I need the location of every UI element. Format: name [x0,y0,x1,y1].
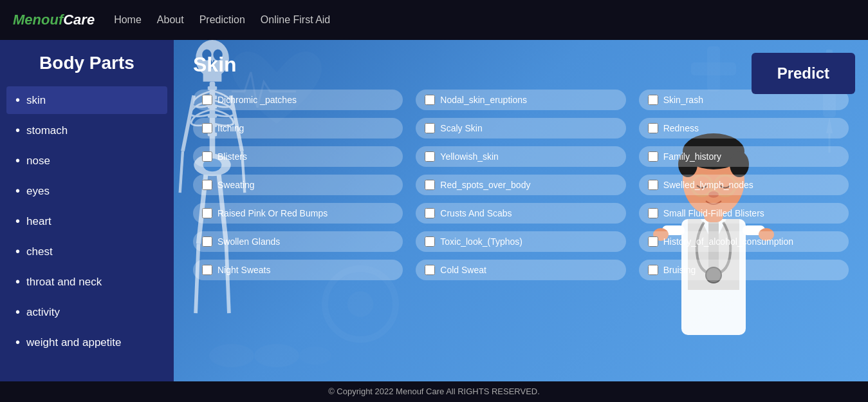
sidebar-item-heart[interactable]: heart [6,207,167,235]
logo-care: Care [63,12,95,28]
content-area: Skin Predict Dichromic _patchesNodal_ski… [174,40,868,381]
nav-link-about[interactable]: About [157,14,184,25]
symptom-item-s6[interactable]: Redness [639,118,849,139]
symptom-label-s7: Blisters [217,151,247,162]
symptom-label-s1: Dichromic _patches [217,95,297,105]
symptom-label-s11: Red_spots_over_body [440,180,530,190]
nav-links: HomeAboutPredictionOnline First Aid [114,14,346,26]
symptom-checkbox-s14[interactable] [425,208,435,218]
pills-bg-deco [206,336,335,375]
main-container: Body Parts skinstomachnoseeyesheartchest… [0,40,868,381]
symptom-item-s14[interactable]: Crusts And Scabs [416,203,625,224]
symptom-checkbox-s12[interactable] [648,180,658,190]
symptom-checkbox-s7[interactable] [202,151,212,162]
sidebar: Body Parts skinstomachnoseeyesheartchest… [0,40,174,381]
symptom-label-s13: Raised Pink Or Red Bumps [217,208,328,218]
logo[interactable]: MenoufCare [13,12,95,28]
symptom-label-s3: Skin_rash [663,95,703,105]
sidebar-item-stomach[interactable]: stomach [6,117,167,144]
symptom-label-s4: Itching [217,123,244,133]
symptom-checkbox-s21[interactable] [648,265,658,275]
symptom-label-s2: Nodal_skin_eruptions [440,95,527,105]
footer: © Copyright 2022 Menouf Care All RIGHTS … [0,381,868,402]
symptom-checkbox-s4[interactable] [202,123,212,133]
symptom-item-s10[interactable]: Sweating [193,175,403,195]
symptom-label-s20: Cold Sweat [440,265,486,275]
symptom-label-s21: Bruising [663,265,696,275]
footer-text: © Copyright 2022 Menouf Care All RIGHTS … [328,387,540,396]
symptom-label-s17: Toxic_look_(Typhos) [440,236,522,247]
predict-button[interactable]: Predict [752,53,855,94]
symptom-item-s12[interactable]: Swelled_lymph_nodes [639,175,849,195]
symptom-item-s11[interactable]: Red_spots_over_body [416,175,625,195]
symptom-checkbox-s11[interactable] [425,180,435,190]
symptom-item-s13[interactable]: Raised Pink Or Red Bumps [193,203,403,224]
symptom-item-s18[interactable]: History_of_alcohol_consumption [639,231,849,252]
symptom-label-s18: History_of_alcohol_consumption [663,236,793,247]
sidebar-item-activity[interactable]: activity [6,298,167,326]
symptom-label-s10: Sweating [217,180,255,190]
symptom-checkbox-s1[interactable] [202,95,212,105]
svg-point-33 [347,291,373,317]
nav-link-online-first-aid[interactable]: Online First Aid [261,14,330,25]
logo-menouf: Menouf [13,12,63,28]
symptom-checkbox-s18[interactable] [648,236,658,247]
svg-point-29 [209,344,254,367]
sidebar-item-nose[interactable]: nose [6,147,167,175]
symptom-item-s4[interactable]: Itching [193,118,403,139]
symptom-item-s7[interactable]: Blisters [193,146,403,167]
symptom-checkbox-s20[interactable] [425,265,435,275]
symptom-label-s6: Redness [663,123,699,133]
symptom-checkbox-s5[interactable] [425,123,435,133]
svg-point-30 [254,344,299,367]
symptom-item-s16[interactable]: Swollen Glands [193,231,403,252]
symptom-checkbox-s16[interactable] [202,236,212,247]
sidebar-item-eyes[interactable]: eyes [6,177,167,205]
symptom-item-s9[interactable]: Family_history [639,146,849,167]
symptom-item-s20[interactable]: Cold Sweat [416,260,625,280]
symptom-label-s15: Small Fluid-Filled Blisters [663,208,764,218]
sidebar-title: Body Parts [6,53,167,73]
symptom-checkbox-s2[interactable] [425,95,435,105]
symptom-checkbox-s17[interactable] [425,236,435,247]
symptom-checkbox-s3[interactable] [648,95,658,105]
symptom-item-s19[interactable]: Night Sweats [193,260,403,280]
sidebar-item-weight-and-appetite[interactable]: weight and appetite [6,329,167,356]
symptom-checkbox-s13[interactable] [202,208,212,218]
symptom-checkbox-s9[interactable] [648,151,658,162]
symptom-item-s8[interactable]: Yellowish_skin [416,146,625,167]
symptom-checkbox-s15[interactable] [648,208,658,218]
sidebar-item-skin[interactable]: skin [6,86,167,114]
sidebar-item-chest[interactable]: chest [6,238,167,265]
symptom-label-s14: Crusts And Scabs [440,208,512,218]
symptoms-grid: Dichromic _patchesNodal_skin_eruptionsSk… [193,90,849,280]
symptom-checkbox-s19[interactable] [202,265,212,275]
svg-point-31 [299,347,331,365]
symptom-label-s5: Scaly Skin [440,123,482,133]
symptom-label-s12: Swelled_lymph_nodes [663,180,753,190]
section-title: Skin [193,53,849,77]
symptom-item-s17[interactable]: Toxic_look_(Typhos) [416,231,625,252]
nav-link-prediction[interactable]: Prediction [199,14,245,25]
symptom-item-s21[interactable]: Bruising [639,260,849,280]
symptom-checkbox-s8[interactable] [425,151,435,162]
symptom-label-s9: Family_history [663,151,721,162]
symptom-item-s15[interactable]: Small Fluid-Filled Blisters [639,203,849,224]
symptom-label-s19: Night Sweats [217,265,270,275]
symptom-checkbox-s10[interactable] [202,180,212,190]
symptom-item-s5[interactable]: Scaly Skin [416,118,625,139]
symptom-item-s2[interactable]: Nodal_skin_eruptions [416,90,625,110]
symptom-item-s1[interactable]: Dichromic _patches [193,90,403,110]
nav-link-home[interactable]: Home [114,14,142,25]
sidebar-items: skinstomachnoseeyesheartchestthroat and … [6,86,167,356]
navbar: MenoufCare HomeAboutPredictionOnline Fir… [0,0,868,40]
symptom-label-s8: Yellowish_skin [440,151,499,162]
symptom-label-s16: Swollen Glands [217,236,280,247]
symptom-checkbox-s6[interactable] [648,123,658,133]
sidebar-item-throat-and-neck[interactable]: throat and neck [6,268,167,296]
